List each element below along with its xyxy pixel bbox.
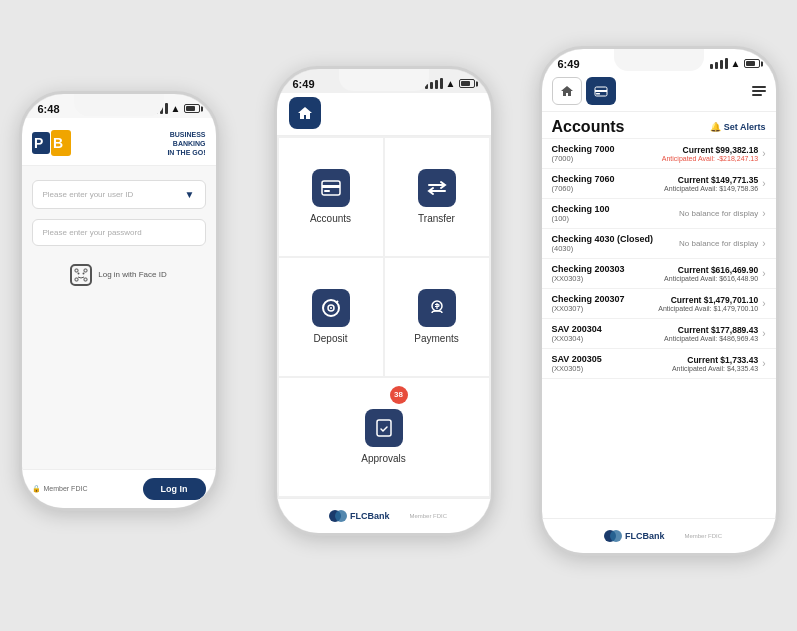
account-row-2[interactable]: Checking 100 (100) No balance for displa…: [542, 199, 776, 229]
menu-top-bar: [277, 93, 491, 136]
svg-rect-9: [84, 278, 87, 281]
transfer-icon: [418, 169, 456, 207]
account-info-3: Checking 4030 (Closed) (4030): [552, 234, 655, 253]
login-form: Please enter your user ID ▼ Please enter…: [22, 166, 216, 469]
account-name-3: Checking 4030 (Closed): [552, 234, 655, 244]
chevron-5: ›: [762, 298, 765, 309]
time-3: 6:49: [558, 58, 580, 70]
home-icon-btn[interactable]: [552, 77, 582, 105]
hamburger-menu-icon[interactable]: [752, 86, 766, 96]
account-balance-7: Current $1,733.43 Anticipated Avail: $4,…: [655, 355, 758, 372]
chevron-3: ›: [762, 238, 765, 249]
battery-icon-2: [459, 79, 475, 88]
balance-current-7: Current $1,733.43: [655, 355, 758, 365]
account-row-0[interactable]: Checking 7000 (7000) Current $99,382.18 …: [542, 139, 776, 169]
svg-point-4: [78, 272, 80, 274]
account-row-3[interactable]: Checking 4030 (Closed) (4030) No balance…: [542, 229, 776, 259]
member-fdic-2: Member FDIC: [409, 513, 447, 519]
account-balance-0: Current $99,382.18 Anticipated Avail: -$…: [655, 145, 758, 162]
account-row-5[interactable]: Checking 200307 (XX0307) Current $1,479,…: [542, 289, 776, 319]
fdic-label: 🔒 Member FDIC: [32, 485, 88, 493]
chevron-2: ›: [762, 208, 765, 219]
time-1: 6:48: [38, 103, 60, 115]
approvals-label: Approvals: [361, 453, 405, 464]
user-id-input[interactable]: Please enter your user ID ▼: [32, 180, 206, 209]
account-num-6: (XX0304): [552, 334, 655, 343]
notch-2: [339, 69, 429, 91]
account-name-0: Checking 7000: [552, 144, 655, 154]
account-row-4[interactable]: Checking 200303 (XX0303) Current $616,46…: [542, 259, 776, 289]
phone-accounts: 6:49 ▲: [539, 46, 779, 556]
account-info-6: SAV 200304 (XX0304): [552, 324, 655, 343]
balance-avail-4: Anticipated Avail: $616,448.90: [655, 275, 758, 282]
password-input[interactable]: Please enter your password: [32, 219, 206, 246]
set-alerts-button[interactable]: 🔔 Set Alerts: [710, 122, 766, 132]
menu-item-deposit[interactable]: Deposit: [279, 258, 383, 376]
accounts-header: Accounts 🔔 Set Alerts: [542, 112, 776, 139]
account-num-3: (4030): [552, 244, 655, 253]
account-info-7: SAV 200305 (XX0305): [552, 354, 655, 373]
menu-item-accounts[interactable]: Accounts: [279, 138, 383, 256]
account-name-6: SAV 200304: [552, 324, 655, 334]
phone-menu: 6:49 ▲: [274, 66, 494, 536]
member-fdic-3: Member FDIC: [684, 533, 722, 539]
accounts-top-bar: [542, 73, 776, 112]
wifi-icon-1: ▲: [171, 103, 181, 114]
account-info-2: Checking 100 (100): [552, 204, 655, 223]
notch: [74, 94, 164, 116]
balance-avail-7: Anticipated Avail: $4,335.43: [655, 365, 758, 372]
account-row-6[interactable]: SAV 200304 (XX0304) Current $177,889.43 …: [542, 319, 776, 349]
balance-none-2: No balance for display: [655, 209, 758, 218]
account-info-0: Checking 7000 (7000): [552, 144, 655, 163]
battery-icon-1: [184, 104, 200, 113]
login-button[interactable]: Log In: [143, 478, 206, 500]
account-info-1: Checking 7060 (7060): [552, 174, 655, 193]
account-num-7: (XX0305): [552, 364, 655, 373]
accounts-tab-btn[interactable]: [586, 77, 616, 105]
chevron-7: ›: [762, 358, 765, 369]
account-row-1[interactable]: Checking 7060 (7060) Current $149,771.35…: [542, 169, 776, 199]
home-button[interactable]: [289, 97, 321, 129]
accounts-page-title: Accounts: [552, 118, 625, 136]
status-icons-2: ▲: [425, 78, 475, 89]
account-name-1: Checking 7060: [552, 174, 655, 184]
account-row-7[interactable]: SAV 200305 (XX0305) Current $1,733.43 An…: [542, 349, 776, 379]
chevron-6: ›: [762, 328, 765, 339]
notch-3: [614, 49, 704, 71]
login-logo-left: P B: [32, 130, 72, 156]
balance-avail-1: Anticipated Avail: $149,758.36: [655, 185, 758, 192]
svg-rect-22: [595, 90, 607, 92]
accounts-label: Accounts: [310, 213, 351, 224]
account-name-7: SAV 200305: [552, 354, 655, 364]
approvals-icon: [365, 409, 403, 447]
status-icons-3: ▲: [710, 58, 760, 69]
account-balance-6: Current $177,889.43 Anticipated Avail: $…: [655, 325, 758, 342]
chevron-0: ›: [762, 148, 765, 159]
dropdown-icon: ▼: [185, 189, 195, 200]
svg-point-15: [330, 307, 332, 309]
battery-icon-3: [744, 59, 760, 68]
svg-point-20: [335, 510, 347, 522]
svg-rect-12: [324, 190, 330, 192]
svg-rect-7: [84, 269, 87, 272]
account-balance-2: No balance for display: [655, 209, 758, 218]
svg-rect-18: [377, 420, 391, 436]
balance-current-1: Current $149,771.35: [655, 175, 758, 185]
menu-item-approvals[interactable]: 38 Approvals: [279, 378, 489, 496]
login-logo-right: BUSINESS BANKING IN THE GO!: [167, 130, 205, 157]
chevron-4: ›: [762, 268, 765, 279]
balance-current-6: Current $177,889.43: [655, 325, 758, 335]
face-id-icon: [70, 264, 92, 286]
svg-rect-11: [322, 185, 340, 188]
menu-item-payments[interactable]: Payments: [385, 258, 489, 376]
balance-none-3: No balance for display: [655, 239, 758, 248]
wifi-icon-2: ▲: [446, 78, 456, 89]
deposit-label: Deposit: [314, 333, 348, 344]
chevron-1: ›: [762, 178, 765, 189]
account-name-5: Checking 200307: [552, 294, 655, 304]
balance-avail-0: Anticipated Avail: -$218,247.13: [655, 155, 758, 162]
transfer-label: Transfer: [418, 213, 455, 224]
menu-item-transfer[interactable]: Transfer: [385, 138, 489, 256]
account-balance-5: Current $1,479,701.10 Anticipated Avail:…: [655, 295, 758, 312]
accounts-footer: FLCBank Member FDIC: [542, 518, 776, 553]
